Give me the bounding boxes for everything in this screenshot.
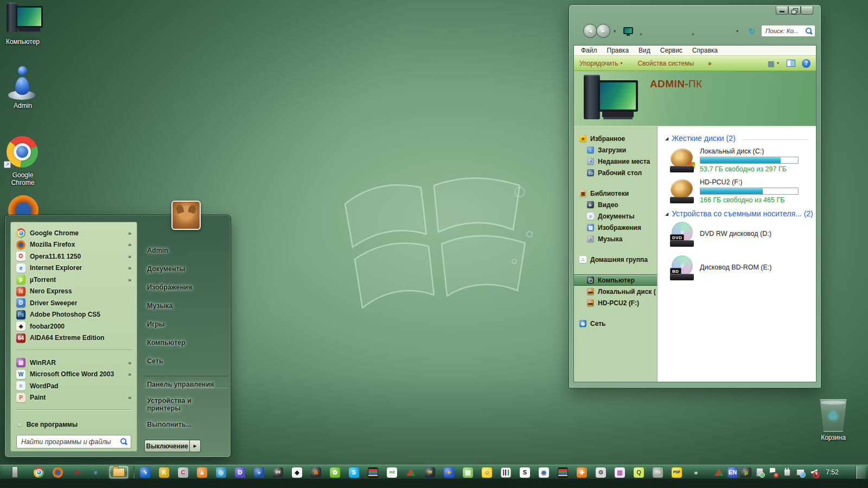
start-menu-link-изображения[interactable]: Изображения <box>144 284 228 293</box>
preview-pane-button[interactable] <box>787 60 795 67</box>
start-menu-link-admin[interactable]: Admin <box>144 247 228 256</box>
taskbar-icon-search-person[interactable]: Q <box>634 467 644 478</box>
sidebar-item-домашняя-группа[interactable]: ∴ Домашняя группа <box>579 254 657 265</box>
system-properties-button[interactable]: Свойства системы <box>637 60 694 67</box>
start-search-input[interactable] <box>16 435 131 448</box>
taskbar-icon-screenshot-s[interactable]: S <box>520 467 530 478</box>
start-menu-program-opera11-61-1250[interactable]: O Opera11.61 1250 » <box>11 251 137 262</box>
tray-icon-power-plug[interactable] <box>782 467 792 478</box>
taskbar-icon-uninstaller[interactable]: ▨ <box>463 467 473 478</box>
more-commands-chevron[interactable]: » <box>708 60 712 67</box>
forward-button[interactable]: ► <box>596 24 610 38</box>
menu-item[interactable]: Файл <box>576 47 602 54</box>
start-menu-program-wordpad[interactable]: ≡ WordPad » <box>11 380 137 392</box>
taskbar-icon-webcam-app[interactable]: ◉ <box>539 467 549 478</box>
taskbar-icon-movie-app[interactable] <box>368 467 378 478</box>
show-desktop-button[interactable] <box>856 466 866 479</box>
start-menu-link-панель-управления[interactable]: Панель управления <box>144 376 228 388</box>
start-menu-program-nero-express[interactable]: N Nero Express » <box>11 286 137 298</box>
views-button[interactable]: ▦▾ <box>768 59 779 68</box>
start-menu-program-mozilla-firefox[interactable]: Mozilla Firefox » <box>11 239 137 251</box>
taskbar-icon-separator[interactable] <box>133 466 135 478</box>
recycle-bin[interactable]: ♻ Корзина <box>810 399 856 441</box>
start-menu-program-internet-explorer[interactable]: e Internet Explorer » <box>11 262 137 274</box>
tray-icon-utorrent-tray[interactable]: µ <box>741 467 751 478</box>
taskbar-icon-firefox[interactable] <box>53 467 63 478</box>
taskbar-icon-filmstrip-app[interactable] <box>558 467 568 478</box>
sidebar-item-избранное[interactable]: ★ Избранное <box>579 133 657 144</box>
shutdown-options-arrow[interactable]: ▶ <box>190 440 201 452</box>
section-header-hdd[interactable]: ◢ Жесткие диски (2) <box>665 134 812 143</box>
back-button[interactable]: ◄ <box>583 24 597 38</box>
sidebar-item-компьютер[interactable]: ▢ Компьютер <box>574 274 657 286</box>
desktop-icon-google-chrome[interactable]: Google Chrome <box>0 136 46 187</box>
desktop-icon-admin[interactable]: Admin <box>0 66 46 110</box>
refresh-icon[interactable]: ↻ <box>748 27 755 36</box>
taskbar-icon-foobar2000[interactable]: ◆ <box>292 467 302 478</box>
taskbar-clock[interactable]: 7:52 <box>820 465 844 479</box>
sidebar-item[interactable] <box>574 178 657 188</box>
drive-item-dvd-rw-дисковод-d-[interactable]: DVD DVD RW дисковод (D:) <box>669 220 812 248</box>
tray-icon-volume-muted[interactable] <box>809 467 819 478</box>
taskbar-icon-pdf-tool[interactable]: PDF <box>672 467 682 478</box>
address-dropdown-icon[interactable]: ▾ <box>736 29 738 34</box>
taskbar-icon-aimp[interactable]: A <box>311 467 321 478</box>
tray-icon-network-tray[interactable] <box>795 467 806 478</box>
taskbar-icon-powerdvd-orb[interactable]: ● <box>254 467 264 478</box>
tray-icon-usb-safely-remove[interactable] <box>755 467 765 478</box>
start-menu-link-компьютер[interactable]: Компьютер <box>144 339 228 349</box>
menu-item[interactable]: Сервис <box>655 47 687 54</box>
taskbar-icon-daemon-tools[interactable]: ϟ <box>140 467 150 478</box>
sidebar-item-рабочий-стол[interactable]: ▭ Рабочий стол <box>587 167 657 178</box>
taskbar-icon-smiley-app[interactable]: ☺ <box>482 467 492 478</box>
start-menu-program-paint[interactable]: P Paint » <box>11 392 137 404</box>
sidebar-item-недавние-места[interactable]: ◔ Недавние места <box>587 156 657 167</box>
menu-item[interactable]: Правка <box>602 47 634 54</box>
taskbar-icon-vlc[interactable]: ▲ <box>197 467 207 478</box>
taskbar-icon-divx[interactable]: DX <box>273 467 283 478</box>
help-button[interactable]: ? <box>802 59 810 68</box>
drive-item-дисковод-bd-rom-e-[interactable]: BD Дисковод BD-ROM (E:) <box>669 254 812 282</box>
tray-icon-language-indicator[interactable]: EN <box>727 467 738 478</box>
sidebar-item-музыка[interactable]: ♪ Музыка <box>587 233 657 245</box>
start-menu-program-winrar[interactable]: ▤ WinRAR » <box>11 357 137 369</box>
start-menu-program-google-chrome[interactable]: Google Chrome » <box>11 227 137 239</box>
sidebar-item[interactable] <box>574 265 657 274</box>
start-menu-link-сеть[interactable]: Сеть <box>144 357 228 367</box>
taskbar-icon-monitor-99[interactable]: 99 <box>425 467 435 478</box>
start-menu-link-музыка[interactable]: Музыка <box>144 302 228 312</box>
sidebar-item-локальный-диск-[interactable]: ▬ Локальный диск ( <box>587 286 657 297</box>
taskbar-icon-windows-explorer[interactable] <box>110 466 128 478</box>
start-menu-link-устройства-и-принтеры[interactable]: Устройства и принтеры <box>144 397 228 412</box>
sidebar-item[interactable] <box>574 245 657 254</box>
start-menu-link-документы[interactable]: Документы <box>144 265 228 275</box>
taskbar-icon-gears-film[interactable]: ⚙ <box>596 467 606 478</box>
sidebar-item-документы[interactable]: ≡ Документы <box>587 210 657 222</box>
start-button[interactable] <box>12 466 18 478</box>
restore-button[interactable] <box>788 7 801 15</box>
start-menu-link-игры[interactable]: Игры <box>144 320 228 330</box>
sidebar-item-hd-pcu2-f-[interactable]: ▬ HD-PCU2 (F:) <box>587 297 657 309</box>
taskbar-icon-mediainfo[interactable]: md <box>387 467 397 478</box>
sidebar-item-загрузки[interactable]: ↓ Загрузки <box>587 144 657 156</box>
taskbar-icon-ccleaner[interactable]: C <box>178 467 188 478</box>
sidebar-item-библиотеки[interactable]: ▣ Библиотеки <box>579 188 657 199</box>
taskbar-icon-chart-tool[interactable]: ▥ <box>615 467 625 478</box>
shutdown-button[interactable]: Выключение <box>144 440 190 452</box>
taskbar-icon-internet-explorer[interactable]: e <box>91 467 101 478</box>
taskbar-icon-player-d[interactable]: D <box>235 467 245 478</box>
taskbar-icon-orange-puzzle[interactable]: ✚ <box>577 467 587 478</box>
desktop-icon-computer[interactable]: Компьютер <box>0 2 46 46</box>
tray-icon-action-center-flag[interactable] <box>768 467 778 478</box>
sidebar-item-сеть[interactable]: ◉ Сеть <box>579 318 657 329</box>
taskbar-icon-chrome[interactable] <box>34 467 44 478</box>
sidebar-item-видео[interactable]: ▸ Видео <box>587 199 657 210</box>
drive-item-hd-pcu2-f-[interactable]: HD-PCU2 (F:) 166 ГБ свободно из 465 ГБ <box>669 178 812 204</box>
organize-button[interactable]: Упорядочить <box>579 60 618 67</box>
start-menu-program-microsoft-office-word-2003[interactable]: W Microsoft Office Word 2003 » <box>11 369 137 381</box>
start-menu-program-aida64-extreme-edition[interactable]: 64 AIDA64 Extreme Edition » <box>11 332 137 344</box>
taskbar-icon-flag-triangle-app[interactable] <box>406 467 416 478</box>
drive-item-локальный-диск-c-[interactable]: Локальный диск (C:) 53,7 ГБ свободно из … <box>669 147 812 173</box>
taskbar-icon-opera[interactable]: O <box>72 467 82 478</box>
tray-icon-graph-triangle[interactable] <box>714 467 724 478</box>
